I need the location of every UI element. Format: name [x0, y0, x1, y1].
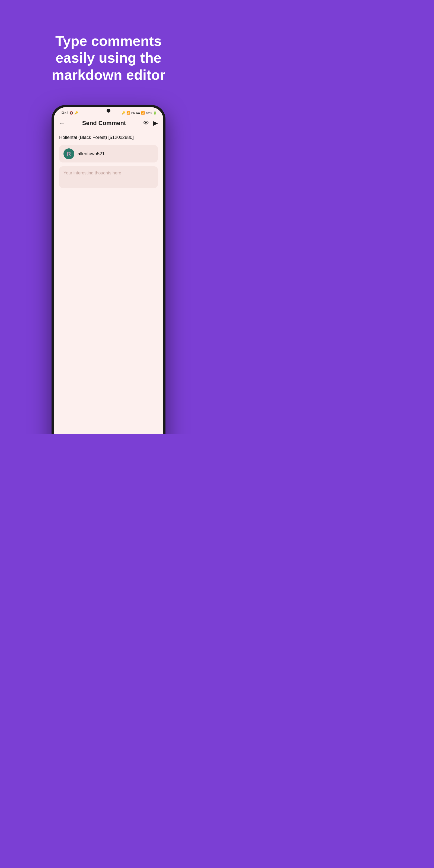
phone-frame: 13:44 🔇 🔑 🔑 📶 HD 5G 📶 87% 🔋 ←: [52, 105, 165, 434]
status-right: 🔑 📶 HD 5G 📶 87% 🔋: [122, 111, 157, 115]
app-bar: ← Send Comment 👁 ▶: [54, 117, 163, 129]
hd-badge: HD: [131, 112, 135, 115]
username-label: allentown521: [78, 151, 105, 156]
user-row: R allentown521: [59, 145, 158, 162]
comment-input[interactable]: Your interesting thoughts here: [59, 166, 158, 188]
preview-button[interactable]: 👁: [143, 120, 149, 127]
phone-screen: 13:44 🔇 🔑 🔑 📶 HD 5G 📶 87% 🔋 ←: [54, 107, 163, 434]
avatar: R: [63, 148, 74, 159]
vpn-icon: 🔑: [122, 111, 125, 115]
status-left: 13:44 🔇 🔑: [60, 111, 78, 115]
5g-badge: 5G: [136, 112, 140, 115]
wifi-icon: 📶: [126, 111, 130, 115]
status-time: 13:44: [60, 111, 68, 115]
status-bar: 13:44 🔇 🔑 🔑 📶 HD 5G 📶 87% 🔋: [54, 107, 163, 117]
editor-area[interactable]: [59, 192, 158, 434]
content-area: Höllental (Black Forest) [5120x2880] R a…: [54, 129, 163, 434]
app-bar-actions: 👁 ▶: [143, 120, 158, 127]
camera-notch: [106, 109, 111, 113]
signal-icon: 📶: [141, 111, 145, 115]
back-button[interactable]: ←: [59, 120, 65, 127]
key-icon: 🔑: [74, 111, 78, 115]
mute-icon: 🔇: [69, 111, 73, 115]
battery-icon: 🔋: [153, 111, 157, 115]
battery-text: 87%: [146, 111, 152, 115]
screen-title: Send Comment: [68, 120, 140, 127]
send-button[interactable]: ▶: [153, 120, 158, 127]
hero-heading: Type comments easily using the markdown …: [22, 16, 195, 94]
post-title: Höllental (Black Forest) [5120x2880]: [59, 134, 158, 141]
